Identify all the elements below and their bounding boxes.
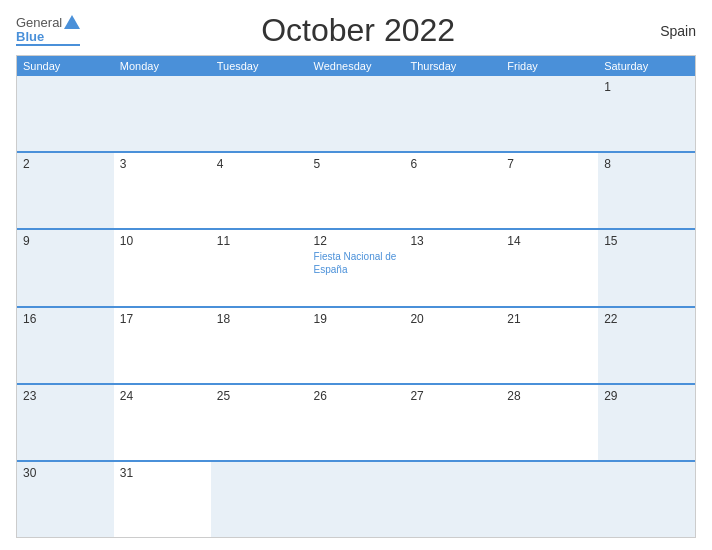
day-cell: 26 — [308, 385, 405, 460]
day-number: 13 — [410, 234, 495, 248]
day-cell: 4 — [211, 153, 308, 228]
day-cell: 2 — [17, 153, 114, 228]
day-number: 20 — [410, 312, 495, 326]
day-number: 4 — [217, 157, 302, 171]
day-number: 28 — [507, 389, 592, 403]
day-cell: 30 — [17, 462, 114, 537]
day-cell — [211, 462, 308, 537]
day-header-sunday: Sunday — [17, 56, 114, 76]
day-cell: 7 — [501, 153, 598, 228]
day-cell: 10 — [114, 230, 211, 305]
day-cell: 16 — [17, 308, 114, 383]
day-number: 31 — [120, 466, 205, 480]
day-cell: 28 — [501, 385, 598, 460]
day-header-thursday: Thursday — [404, 56, 501, 76]
day-header-monday: Monday — [114, 56, 211, 76]
day-cell: 13 — [404, 230, 501, 305]
day-cell — [17, 76, 114, 151]
day-number: 3 — [120, 157, 205, 171]
event-label: Fiesta Nacional de España — [314, 250, 399, 276]
day-cell: 29 — [598, 385, 695, 460]
day-cell — [598, 462, 695, 537]
day-cell: 31 — [114, 462, 211, 537]
week-row-3: 16171819202122 — [17, 306, 695, 383]
week-row-5: 3031 — [17, 460, 695, 537]
day-number: 17 — [120, 312, 205, 326]
day-cell: 22 — [598, 308, 695, 383]
day-cell: 1 — [598, 76, 695, 151]
day-cell: 8 — [598, 153, 695, 228]
day-number: 22 — [604, 312, 689, 326]
logo-general: General — [16, 16, 62, 29]
day-cell — [114, 76, 211, 151]
calendar-title: October 2022 — [80, 12, 636, 49]
day-number: 12 — [314, 234, 399, 248]
day-cell — [404, 76, 501, 151]
day-cell — [404, 462, 501, 537]
day-cell: 24 — [114, 385, 211, 460]
day-cell: 25 — [211, 385, 308, 460]
week-row-0: 1 — [17, 76, 695, 151]
logo-underline — [16, 44, 80, 46]
day-headers-row: SundayMondayTuesdayWednesdayThursdayFrid… — [17, 56, 695, 76]
day-header-friday: Friday — [501, 56, 598, 76]
logo-blue: Blue — [16, 30, 44, 43]
day-number: 2 — [23, 157, 108, 171]
weeks-container: 123456789101112Fiesta Nacional de España… — [17, 76, 695, 537]
day-number: 8 — [604, 157, 689, 171]
day-cell: 27 — [404, 385, 501, 460]
day-header-tuesday: Tuesday — [211, 56, 308, 76]
day-cell: 23 — [17, 385, 114, 460]
day-cell: 14 — [501, 230, 598, 305]
day-number: 9 — [23, 234, 108, 248]
day-number: 26 — [314, 389, 399, 403]
day-cell: 11 — [211, 230, 308, 305]
day-number: 27 — [410, 389, 495, 403]
day-cell: 19 — [308, 308, 405, 383]
day-number: 7 — [507, 157, 592, 171]
day-number: 11 — [217, 234, 302, 248]
logo: General Blue — [16, 15, 80, 46]
day-number: 25 — [217, 389, 302, 403]
day-cell: 12Fiesta Nacional de España — [308, 230, 405, 305]
day-number: 6 — [410, 157, 495, 171]
day-cell: 3 — [114, 153, 211, 228]
day-number: 24 — [120, 389, 205, 403]
day-number: 30 — [23, 466, 108, 480]
day-cell: 17 — [114, 308, 211, 383]
day-cell — [211, 76, 308, 151]
day-number: 16 — [23, 312, 108, 326]
day-number: 14 — [507, 234, 592, 248]
day-cell: 15 — [598, 230, 695, 305]
day-cell: 21 — [501, 308, 598, 383]
day-cell: 5 — [308, 153, 405, 228]
day-number: 1 — [604, 80, 689, 94]
day-cell — [308, 76, 405, 151]
day-cell — [501, 462, 598, 537]
day-number: 21 — [507, 312, 592, 326]
day-number: 19 — [314, 312, 399, 326]
day-number: 29 — [604, 389, 689, 403]
country-label: Spain — [636, 23, 696, 39]
day-header-saturday: Saturday — [598, 56, 695, 76]
day-cell — [501, 76, 598, 151]
day-cell — [308, 462, 405, 537]
day-cell: 6 — [404, 153, 501, 228]
calendar-grid: SundayMondayTuesdayWednesdayThursdayFrid… — [16, 55, 696, 538]
day-number: 10 — [120, 234, 205, 248]
day-cell: 9 — [17, 230, 114, 305]
week-row-4: 23242526272829 — [17, 383, 695, 460]
day-cell: 18 — [211, 308, 308, 383]
header: General Blue October 2022 Spain — [16, 12, 696, 49]
day-number: 23 — [23, 389, 108, 403]
week-row-1: 2345678 — [17, 151, 695, 228]
day-number: 15 — [604, 234, 689, 248]
week-row-2: 9101112Fiesta Nacional de España131415 — [17, 228, 695, 305]
day-cell: 20 — [404, 308, 501, 383]
day-header-wednesday: Wednesday — [308, 56, 405, 76]
day-number: 18 — [217, 312, 302, 326]
calendar-page: General Blue October 2022 Spain SundayMo… — [0, 0, 712, 550]
day-number: 5 — [314, 157, 399, 171]
logo-triangle-icon — [64, 15, 80, 29]
